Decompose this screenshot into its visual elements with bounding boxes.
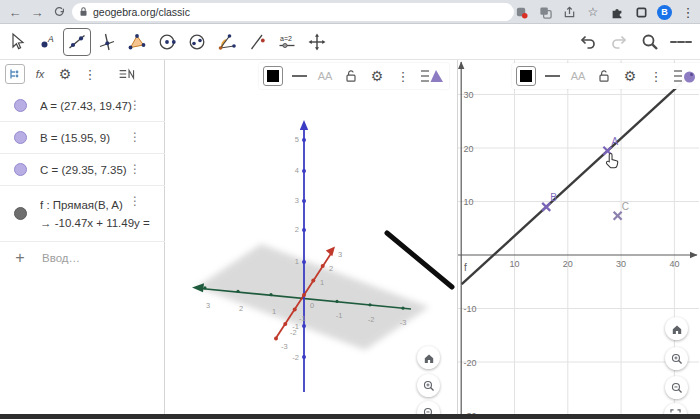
more-menu-icon[interactable]: ⋮ bbox=[680, 4, 696, 20]
row-menu-icon[interactable]: ⋮ bbox=[129, 162, 141, 176]
z-tick bbox=[302, 199, 306, 203]
gear-icon[interactable]: ⚙ bbox=[55, 64, 75, 84]
row-menu-icon[interactable]: ⋮ bbox=[129, 194, 141, 208]
kebab-icon[interactable]: ⋮ bbox=[645, 65, 667, 87]
2d-graph-canvas[interactable]: 10203040302010-10-20-30fABC bbox=[458, 60, 699, 419]
axis-tick-label: 3 bbox=[295, 196, 299, 205]
svg-text:a=2: a=2 bbox=[280, 34, 292, 41]
z-tick bbox=[302, 228, 306, 232]
text-style-icon[interactable]: AA bbox=[567, 65, 589, 87]
visibility-toggle[interactable] bbox=[14, 131, 27, 144]
axis-tick-label: 2 bbox=[239, 304, 243, 313]
back-icon[interactable]: ← bbox=[6, 3, 24, 21]
tree-view-icon[interactable] bbox=[5, 64, 25, 84]
text-style-icon[interactable]: AA bbox=[314, 65, 336, 87]
circle-tool[interactable] bbox=[153, 28, 181, 56]
tab-square-icon[interactable] bbox=[633, 4, 649, 20]
x-tick bbox=[311, 279, 315, 283]
move-view-tool[interactable] bbox=[303, 28, 331, 56]
url-bar[interactable]: geogebra.org/classic bbox=[72, 3, 514, 21]
fx-icon[interactable]: fx bbox=[30, 64, 50, 84]
x-tick-label: 20 bbox=[563, 259, 573, 269]
undo-icon[interactable] bbox=[577, 31, 599, 53]
search-icon[interactable] bbox=[639, 31, 661, 53]
add-expression-icon[interactable]: + bbox=[0, 249, 40, 267]
algebra-panel: fx ⚙ ⋮ A = (27.43, 19.47)⋮B = (15.95, 9)… bbox=[0, 60, 165, 419]
y-tick bbox=[368, 303, 371, 306]
slider-tool[interactable]: a=2 bbox=[273, 28, 301, 56]
visibility-toggle[interactable] bbox=[14, 163, 27, 176]
extension-badge-icon[interactable] bbox=[513, 4, 529, 20]
axis-tick-label: 1 bbox=[295, 257, 299, 266]
y-tick bbox=[401, 307, 404, 310]
algebra-input[interactable] bbox=[40, 251, 140, 265]
menu-icon[interactable] bbox=[670, 31, 692, 53]
z-tick bbox=[302, 355, 306, 359]
puzzle-icon[interactable] bbox=[609, 4, 625, 20]
axis-tick-label: -2 bbox=[292, 353, 299, 362]
point-tool[interactable]: A bbox=[33, 28, 61, 56]
view-style-icon[interactable] bbox=[671, 65, 699, 87]
algebra-expression: C = (29.35, 7.35) bbox=[40, 164, 165, 176]
color-swatch[interactable] bbox=[515, 65, 537, 87]
algebra-row-B[interactable]: B = (15.95, 9)⋮ bbox=[0, 122, 165, 154]
algebra-row-C[interactable]: C = (29.35, 7.35)⋮ bbox=[0, 154, 165, 186]
y-tick-label: -10 bbox=[464, 304, 477, 314]
home-icon[interactable] bbox=[417, 346, 440, 369]
color-swatch[interactable] bbox=[262, 65, 284, 87]
line-style-icon[interactable] bbox=[541, 65, 563, 87]
row-menu-icon[interactable]: ⋮ bbox=[129, 98, 141, 112]
translate-icon[interactable] bbox=[537, 4, 553, 20]
reload-icon[interactable] bbox=[50, 3, 68, 21]
conic-tool[interactable] bbox=[183, 28, 211, 56]
video-progress-strip bbox=[0, 414, 700, 419]
z-tick bbox=[302, 324, 306, 328]
zoom-out-icon[interactable] bbox=[665, 376, 688, 399]
axis-tick-label: 3 bbox=[206, 301, 210, 310]
graphics-2d-panel[interactable]: AA ⚙ ⋮ 10203040302010-10-20-30fABC bbox=[458, 60, 699, 419]
row-menu-icon[interactable]: ⋮ bbox=[129, 130, 141, 144]
y-tick bbox=[203, 286, 206, 289]
star-icon[interactable]: ☆ bbox=[585, 4, 601, 20]
move-tool[interactable] bbox=[3, 28, 31, 56]
kebab-icon[interactable]: ⋮ bbox=[80, 64, 100, 84]
share-icon[interactable] bbox=[561, 4, 577, 20]
reflect-tool[interactable] bbox=[243, 28, 271, 56]
forward-icon[interactable]: → bbox=[28, 3, 46, 21]
view-style-icon[interactable] bbox=[418, 65, 446, 87]
y-tick-label: 20 bbox=[464, 144, 474, 154]
svg-text:A: A bbox=[47, 33, 54, 43]
graphics-3d-panel[interactable]: AA ⚙ ⋮ 54321-1-2321-1-2-30123-1-2- bbox=[165, 60, 458, 419]
lock-icon[interactable] bbox=[593, 65, 615, 87]
algebra-input-row[interactable]: + bbox=[0, 242, 165, 274]
algebra-row-A[interactable]: A = (27.43, 19.47)⋮ bbox=[0, 90, 165, 122]
x-tick bbox=[302, 293, 306, 297]
sort-icon[interactable] bbox=[117, 64, 137, 84]
y-tick bbox=[335, 300, 338, 303]
polygon-tool[interactable] bbox=[123, 28, 151, 56]
redo-icon[interactable] bbox=[608, 31, 630, 53]
axis-tick-label: 2 bbox=[329, 264, 333, 273]
zoom-in-icon[interactable] bbox=[665, 347, 688, 370]
gear-icon[interactable]: ⚙ bbox=[366, 65, 388, 87]
kebab-icon[interactable]: ⋮ bbox=[392, 65, 414, 87]
home-icon[interactable] bbox=[665, 317, 688, 340]
3d-view-canvas[interactable]: 54321-1-2321-1-2-30123-1-2-3 bbox=[165, 60, 457, 419]
axis-tick-label: -3 bbox=[281, 342, 288, 351]
line-tool[interactable] bbox=[63, 28, 91, 56]
y-tick bbox=[269, 293, 272, 296]
angle-tool[interactable] bbox=[213, 28, 241, 56]
gear-icon[interactable]: ⚙ bbox=[619, 65, 641, 87]
zoom-in-icon[interactable] bbox=[417, 374, 440, 397]
avatar[interactable]: B bbox=[657, 5, 672, 20]
perpendicular-line-tool[interactable] bbox=[93, 28, 121, 56]
visibility-toggle[interactable] bbox=[14, 99, 27, 112]
line-f[interactable] bbox=[462, 78, 687, 284]
axis-tick-label: -1 bbox=[336, 311, 343, 320]
algebra-expression: A = (27.43, 19.47) bbox=[40, 100, 165, 112]
algebra-row-f[interactable]: f : Прямая(B, A)→ -10.47x + 11.49y =⋮ bbox=[0, 186, 165, 242]
visibility-toggle[interactable] bbox=[14, 207, 27, 220]
line-style-icon[interactable] bbox=[288, 65, 310, 87]
lock-icon[interactable] bbox=[340, 65, 362, 87]
axis-tick-label: 0 bbox=[310, 301, 314, 310]
